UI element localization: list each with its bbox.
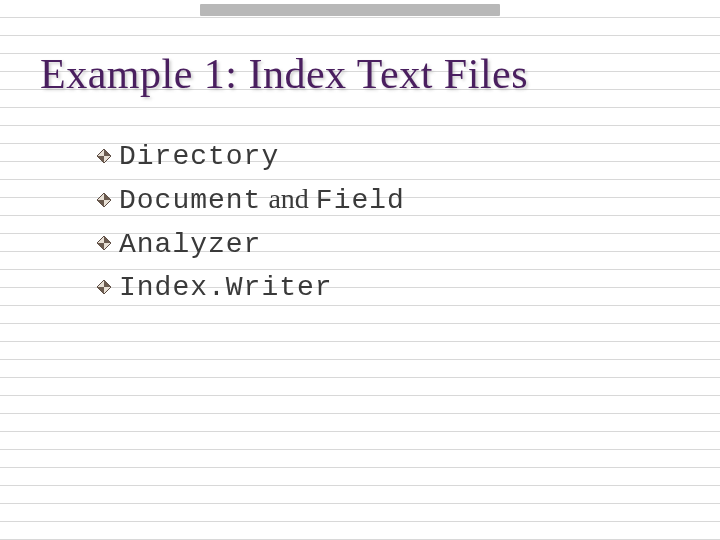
list-item-text: Document and Field — [119, 180, 405, 220]
list-item-text: Analyzer — [119, 224, 261, 264]
slide-title: Example 1: Index Text Files — [40, 50, 680, 98]
code-segment: Document — [119, 185, 261, 216]
svg-marker-7 — [104, 236, 111, 243]
svg-marker-2 — [97, 156, 104, 163]
list-item: Index.Writer — [95, 267, 680, 307]
list-item: Analyzer — [95, 224, 680, 264]
list-item: Document and Field — [95, 180, 680, 220]
slide-content: Example 1: Index Text Files Directory Do… — [0, 0, 720, 307]
diamond-bullet-icon — [95, 234, 113, 252]
code-segment: Index.Writer — [119, 272, 333, 303]
diamond-bullet-icon — [95, 147, 113, 165]
code-segment: Directory — [119, 141, 279, 172]
list-item-text: Index.Writer — [119, 267, 333, 307]
diamond-bullet-icon — [95, 191, 113, 209]
list-item-text: Directory — [119, 136, 279, 176]
svg-marker-5 — [97, 200, 104, 207]
bullet-list: Directory Document and Field Analyzer In… — [40, 136, 680, 307]
diamond-bullet-icon — [95, 278, 113, 296]
svg-marker-1 — [104, 149, 111, 156]
svg-marker-8 — [97, 243, 104, 250]
text-segment: and — [261, 183, 315, 214]
svg-marker-4 — [104, 193, 111, 200]
code-segment: Field — [316, 185, 405, 216]
code-segment: Analyzer — [119, 229, 261, 260]
list-item: Directory — [95, 136, 680, 176]
